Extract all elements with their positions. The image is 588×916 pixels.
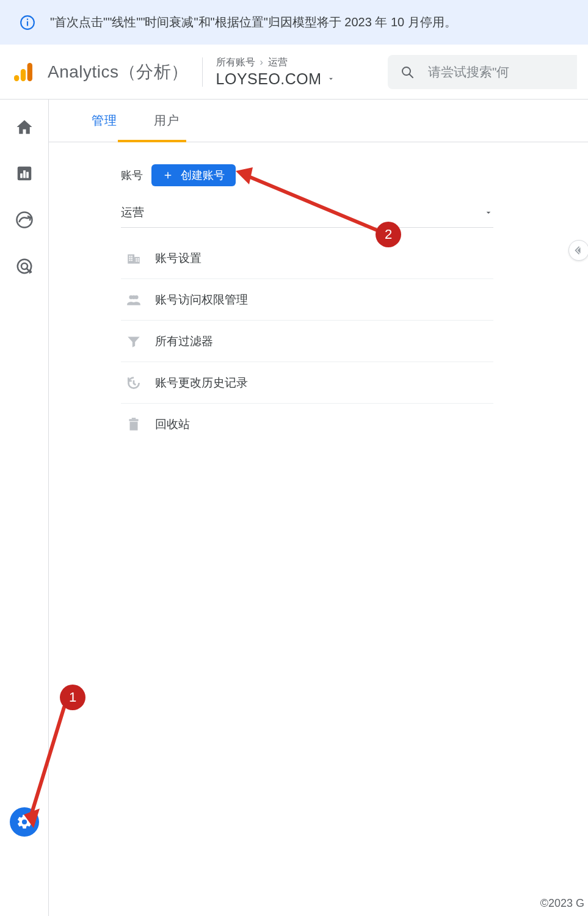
header-divider [202,57,203,87]
svg-line-7 [410,74,413,78]
admin-panel: 账号 创建账号 运营 账号设置 [49,142,588,445]
menu-item-label: 账号更改历史记录 [155,375,248,391]
people-icon [126,292,142,308]
svg-rect-17 [129,255,130,256]
svg-rect-2 [27,18,28,20]
menu-item-all-filters[interactable]: 所有过滤器 [121,321,493,362]
header-bar: Analytics（分析） 所有账号 › 运营 LOYSEO.COM 请尝试搜索… [0,45,588,100]
svg-rect-23 [136,258,137,260]
search-icon [400,65,415,79]
property-name: LOYSEO.COM [216,70,322,88]
svg-point-29 [132,295,136,299]
svg-rect-30 [129,419,138,421]
selected-account: 运营 [121,205,144,220]
account-label: 账号 [121,168,143,183]
svg-rect-21 [129,260,130,261]
svg-rect-18 [131,255,132,256]
account-select[interactable]: 运营 [121,197,493,228]
info-icon [20,15,35,31]
history-icon [126,375,142,391]
svg-rect-1 [27,21,28,26]
building-icon [126,250,142,266]
menu-item-account-settings[interactable]: 账号设置 [121,238,493,279]
svg-rect-22 [131,260,132,261]
chevron-right-icon: › [260,57,263,68]
notice-text: "首次点击""线性""时间衰减"和"根据位置"归因模型将于 2023 年 10 … [50,14,457,31]
annotation-badge-1: 1 [60,685,85,710]
svg-rect-32 [132,418,136,419]
svg-rect-15 [128,254,134,263]
sidebar [0,100,49,916]
notice-banner: "首次点击""线性""时间衰减"和"根据位置"归因模型将于 2023 年 10 … [0,0,588,45]
menu-item-change-history[interactable]: 账号更改历史记录 [121,362,493,404]
menu-item-label: 回收站 [155,416,190,432]
analytics-logo-icon [11,60,35,84]
breadcrumb-root: 所有账号 [216,56,255,69]
footer-copyright: ©2023 G [537,891,588,916]
plus-icon [162,170,173,181]
svg-rect-4 [21,69,26,81]
caret-down-icon [327,75,335,83]
tab-admin[interactable]: 管理 [73,100,136,142]
tabs: 管理 用户 [49,100,588,142]
create-account-button[interactable]: 创建账号 [151,164,236,186]
account-menu-list: 账号设置 账号访问权限管理 所有过滤器 [121,238,493,445]
svg-rect-20 [131,257,132,258]
create-account-label: 创建账号 [181,168,225,183]
search-input[interactable]: 请尝试搜索"何 [388,55,577,89]
product-name: Analytics（分析） [48,60,189,84]
svg-rect-5 [27,63,32,81]
caret-down-icon [484,208,493,217]
svg-rect-25 [136,260,137,261]
menu-item-label: 账号访问权限管理 [155,292,248,308]
svg-rect-11 [26,172,29,178]
admin-gear-button[interactable] [10,807,39,837]
svg-rect-9 [20,173,23,178]
menu-item-access-management[interactable]: 账号访问权限管理 [121,279,493,321]
reports-icon[interactable] [15,164,34,183]
content-area: 管理 用户 账号 创建账号 运营 [49,100,588,916]
filter-icon [126,333,142,349]
expand-panel-button[interactable] [568,240,588,261]
menu-item-trash[interactable]: 回收站 [121,404,493,445]
svg-rect-26 [138,260,139,261]
account-selector[interactable]: 所有账号 › 运营 LOYSEO.COM [216,56,335,88]
svg-rect-3 [14,75,19,81]
tab-users[interactable]: 用户 [136,100,198,142]
menu-item-label: 所有过滤器 [155,333,213,349]
svg-rect-10 [23,170,26,178]
breadcrumb: 所有账号 › 运营 [216,56,335,69]
menu-item-label: 账号设置 [155,250,201,266]
search-placeholder: 请尝试搜索"何 [428,64,509,81]
breadcrumb-current: 运营 [268,56,288,69]
svg-rect-24 [138,258,139,260]
explore-icon[interactable] [15,211,34,229]
trash-icon [126,416,142,432]
home-icon[interactable] [15,118,34,136]
svg-rect-19 [129,257,130,258]
svg-rect-31 [130,422,138,431]
advertising-icon[interactable] [15,257,34,275]
